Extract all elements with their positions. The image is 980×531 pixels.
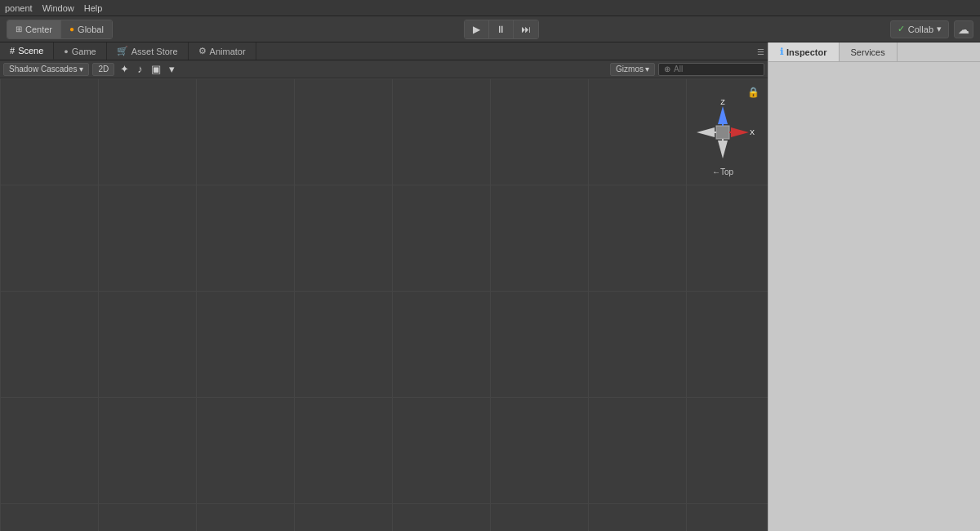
cloud-button[interactable]: ☁ bbox=[954, 20, 973, 38]
audio-icon-button[interactable]: ♪ bbox=[135, 63, 145, 76]
asset-store-icon: 🛒 bbox=[117, 46, 128, 56]
scene-tab-icon: # bbox=[10, 46, 15, 56]
scene-viewport[interactable]: 🔒 Z X bbox=[0, 78, 768, 531]
search-icon: ⊕ bbox=[664, 65, 670, 74]
right-panel: ℹ Inspector Services bbox=[768, 42, 980, 531]
global-icon: ● bbox=[69, 25, 74, 33]
audio-icon: ♪ bbox=[137, 63, 143, 75]
step-button[interactable]: ⏭ bbox=[514, 20, 538, 38]
sun-icon-button[interactable]: ✦ bbox=[118, 63, 131, 76]
pause-icon: ⏸ bbox=[496, 24, 506, 35]
menu-item-component[interactable]: ponent bbox=[5, 3, 33, 13]
cloud-icon: ☁ bbox=[958, 23, 969, 36]
transform-group: ⊞ Center ● Global bbox=[7, 20, 113, 39]
svg-rect-0 bbox=[716, 126, 729, 139]
effects-icon: ▾ bbox=[169, 63, 175, 75]
play-controls: ▶ ⏸ ⏭ bbox=[464, 20, 539, 39]
center-icon: ⊞ bbox=[16, 25, 22, 33]
tab-asset-store[interactable]: 🛒 Asset Store bbox=[107, 42, 189, 60]
right-controls: ✓ Collab ▾ ☁ bbox=[890, 20, 973, 38]
tab-game[interactable]: ● Game bbox=[54, 42, 106, 60]
gizmos-button[interactable]: Gizmos ▾ bbox=[610, 63, 655, 76]
tab-animator[interactable]: ⚙ Animator bbox=[189, 42, 256, 60]
svg-text:Z: Z bbox=[720, 100, 725, 106]
search-input[interactable] bbox=[674, 65, 759, 74]
gizmo-widget[interactable]: 🔒 Z X bbox=[686, 87, 760, 176]
tab-menu-icon: ☰ bbox=[757, 47, 764, 56]
two-d-button[interactable]: 2D bbox=[92, 63, 114, 76]
play-icon: ▶ bbox=[473, 24, 480, 35]
effects-icon-button[interactable]: ▾ bbox=[167, 63, 177, 76]
svg-text:X: X bbox=[750, 128, 755, 136]
grid-overlay bbox=[0, 78, 768, 531]
inspector-content bbox=[768, 62, 980, 531]
inspector-icon: ℹ bbox=[780, 47, 783, 57]
play-button[interactable]: ▶ bbox=[465, 20, 489, 38]
scene-panel: # Scene ● Game 🛒 Asset Store ⚙ Animator … bbox=[0, 42, 768, 531]
menu-bar: ponent Window Help bbox=[0, 0, 980, 16]
center-button[interactable]: ⊞ Center bbox=[7, 20, 61, 38]
shadow-cascades-dropdown-icon: ▾ bbox=[79, 65, 83, 74]
shadow-cascades-button[interactable]: Shadow Cascades ▾ bbox=[3, 63, 89, 76]
search-box[interactable]: ⊕ bbox=[658, 63, 764, 76]
tab-menu-button[interactable]: ☰ bbox=[753, 42, 768, 60]
scene-toolbar: Shadow Cascades ▾ 2D ✦ ♪ ▣ ▾ Gizmos ▾ bbox=[0, 60, 768, 78]
tab-scene[interactable]: # Scene bbox=[0, 42, 54, 60]
display-icon-button[interactable]: ▣ bbox=[149, 63, 163, 76]
collab-check-icon: ✓ bbox=[898, 24, 905, 34]
game-tab-icon: ● bbox=[64, 47, 68, 56]
toolbar: ⊞ Center ● Global ▶ ⏸ ⏭ ✓ Collab ▾ ☁ bbox=[0, 16, 980, 42]
gizmo-3d[interactable]: Z X bbox=[690, 100, 755, 164]
gizmos-dropdown-icon: ▾ bbox=[645, 65, 649, 74]
animator-icon: ⚙ bbox=[198, 46, 207, 56]
menu-item-help[interactable]: Help bbox=[84, 3, 103, 13]
step-icon: ⏭ bbox=[521, 24, 531, 35]
global-button[interactable]: ● Global bbox=[61, 20, 112, 38]
sun-icon: ✦ bbox=[120, 63, 129, 75]
collab-button[interactable]: ✓ Collab ▾ bbox=[890, 20, 949, 38]
menu-item-window[interactable]: Window bbox=[42, 3, 74, 13]
display-icon: ▣ bbox=[151, 63, 161, 75]
main-area: # Scene ● Game 🛒 Asset Store ⚙ Animator … bbox=[0, 42, 980, 531]
tab-services[interactable]: Services bbox=[840, 42, 898, 61]
collab-dropdown-icon: ▾ bbox=[937, 24, 942, 34]
pause-button[interactable]: ⏸ bbox=[489, 20, 514, 38]
tab-inspector[interactable]: ℹ Inspector bbox=[768, 42, 840, 61]
right-tab-bar: ℹ Inspector Services bbox=[768, 42, 980, 62]
gizmo-view-label: ←Top bbox=[712, 167, 733, 176]
tab-bar: # Scene ● Game 🛒 Asset Store ⚙ Animator … bbox=[0, 42, 768, 60]
lock-icon: 🔒 bbox=[747, 87, 760, 98]
gizmo-svg: Z X bbox=[690, 100, 755, 165]
